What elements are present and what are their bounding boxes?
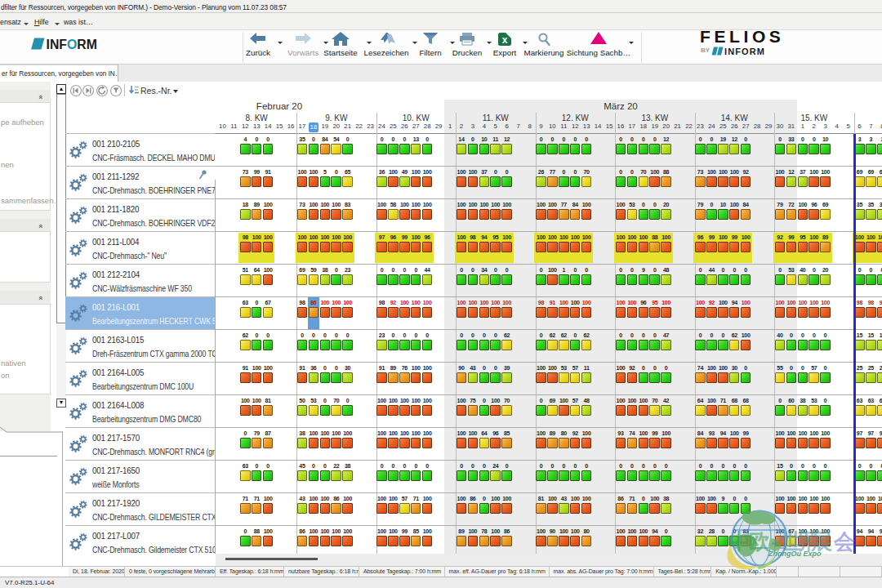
- svg-text:中欧: 中欧: [729, 529, 770, 554]
- svg-text:INFORM: INFORM: [47, 38, 97, 50]
- svg-text:ZhongOu Expo: ZhongOu Expo: [768, 550, 822, 558]
- svg-text:x: x: [502, 34, 508, 46]
- svg-text:INFORM: INFORM: [724, 47, 765, 56]
- svg-text:会: 会: [833, 529, 855, 554]
